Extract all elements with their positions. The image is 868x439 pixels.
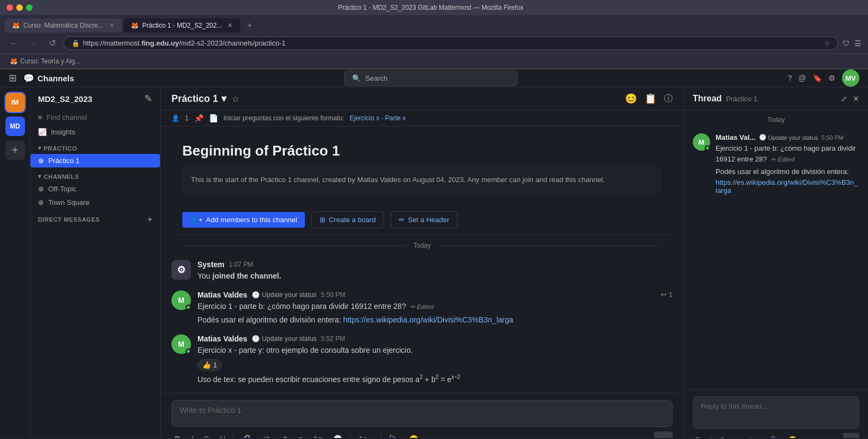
insights-label: Insights	[51, 128, 75, 136]
thread-attach-icon: 📎	[771, 436, 780, 438]
search-area: 🔍 Search	[81, 70, 781, 86]
compose-button[interactable]: ✎	[144, 93, 152, 105]
star-channel-button[interactable]: ☆	[232, 94, 239, 104]
sidebar-item-practica-1[interactable]: ⊕ Práctico 1	[30, 154, 160, 167]
workspace-avatar-md[interactable]: MD	[5, 117, 25, 136]
back-button[interactable]: ←	[7, 36, 22, 50]
thread-division-link[interactable]: https://es.wikipedia.org/wiki/Divisi%C3%…	[716, 178, 859, 195]
new-tab-button[interactable]: +	[241, 18, 257, 33]
add-members-label: Add members to this channel	[206, 216, 297, 224]
create-board-button[interactable]: ⊞ Create a board	[311, 211, 384, 228]
quote-icon: ❝	[283, 435, 288, 438]
sidebar-item-town-square[interactable]: ⊕ Town Square	[30, 196, 160, 209]
chevron-down-icon-channel[interactable]: ▾	[221, 93, 226, 105]
unordered-list-button[interactable]: ≡	[295, 432, 306, 438]
user-message-1: M Matias Valdes 🕐 Update your status 5:5…	[171, 286, 673, 330]
browser-tab-1[interactable]: 🦊 Curso: Matemática Discre... ✕	[4, 18, 122, 33]
user-status-2[interactable]: 🕐 Update your status	[252, 335, 317, 343]
close-window-button[interactable]	[7, 4, 13, 11]
browser-tab-2[interactable]: 🦊 Práctico 1 - MD2_S2_202... ✕	[123, 18, 240, 33]
channels-section-label[interactable]: ▾ CHANNELS	[30, 167, 160, 182]
pinned-format: Ejercicio x - Parte x	[349, 114, 405, 122]
find-channel-bar[interactable]: ≡	[30, 110, 160, 125]
browser-window-controls[interactable]	[7, 4, 33, 11]
bookmark-star-icon[interactable]: ☆	[824, 40, 830, 47]
thread-strike-button[interactable]: S	[717, 434, 727, 438]
user-status-1[interactable]: 🕐 Update your status	[252, 291, 317, 299]
add-workspace-button[interactable]: +	[5, 140, 25, 160]
thread-font-icon: Aa ▾	[748, 436, 763, 438]
channels-label: CHANNELS	[44, 173, 79, 180]
create-board-label: Create a board	[329, 216, 376, 224]
online-indicator-2	[186, 348, 191, 354]
find-channel-input[interactable]	[47, 113, 152, 121]
clipboard-icon[interactable]: 📋	[644, 93, 656, 105]
thread-send-button[interactable]: ▶	[843, 433, 859, 438]
set-header-button[interactable]: ✏ Set a Header	[391, 211, 458, 228]
system-author: System	[197, 260, 225, 269]
link-button[interactable]: 🔗	[238, 432, 253, 438]
menu-icon[interactable]: ☰	[854, 39, 861, 48]
thread-messages: M Matias Val... 🕐 Update your status 5:5…	[684, 129, 868, 389]
mention-icon[interactable]: @	[799, 74, 806, 82]
search-bar[interactable]: 🔍 Search	[344, 70, 518, 86]
division-link[interactable]: https://es.wikipedia.org/wiki/Divisi%C3%…	[343, 315, 513, 324]
date-divider: Today	[171, 235, 673, 256]
thread-italic-button[interactable]: I	[706, 434, 714, 438]
bookmark-icon[interactable]: 🔖	[813, 74, 822, 82]
workspace-name: MD2_S2_2023	[38, 94, 92, 104]
thread-font-button[interactable]: Aa ▾	[745, 434, 765, 438]
grid-icon[interactable]: ⊞	[9, 72, 17, 84]
thread-bold-button[interactable]: B	[693, 434, 703, 438]
emoji-button[interactable]: 🙂	[406, 432, 422, 438]
sidebar-item-insights[interactable]: 📈 Insights	[30, 125, 160, 139]
tab2-close-button[interactable]: ✕	[227, 22, 233, 29]
thread-attach-button[interactable]: 📎	[768, 434, 782, 438]
system-message-header: System 1:07 PM	[197, 260, 673, 269]
font-size-button[interactable]: Aa ▾	[355, 432, 376, 438]
send-message-button[interactable]: ▶	[654, 431, 673, 438]
tab1-close-button[interactable]: ✕	[109, 22, 114, 29]
add-members-button[interactable]: 👤+ Add members to this channel	[182, 212, 305, 228]
thread-reply-input[interactable]: Reply to this thread...	[693, 396, 859, 429]
forward-button[interactable]: →	[26, 36, 41, 50]
italic-button[interactable]: I	[188, 432, 196, 438]
help-icon[interactable]: ?	[788, 74, 792, 82]
clock-button[interactable]: 🕐	[330, 432, 346, 438]
reply-icon[interactable]: ↩ 1	[661, 290, 673, 299]
expand-thread-button[interactable]: ⤢	[841, 94, 847, 103]
app-topbar: ⊞ 💬 Channels 🔍 Search ? @ 🔖 ⚙ MV	[0, 69, 868, 87]
thread-emoji-button[interactable]: 🙂	[786, 434, 800, 438]
shield-icon[interactable]: 🛡	[843, 39, 850, 48]
emoji-picker-icon[interactable]: 😊	[625, 93, 637, 105]
reload-button[interactable]: ↺	[46, 36, 59, 50]
workspace-avatar-im[interactable]: IM	[5, 93, 25, 112]
strikethrough-button[interactable]: S	[201, 432, 212, 438]
bold-icon: B	[175, 435, 180, 438]
code-button[interactable]: </>	[258, 432, 275, 438]
heading-button[interactable]: H	[216, 432, 228, 438]
close-thread-button[interactable]: ✕	[853, 94, 859, 103]
minimize-window-button[interactable]	[16, 4, 23, 11]
maximize-window-button[interactable]	[26, 4, 33, 11]
thread-more-button[interactable]: ···	[731, 434, 742, 438]
bookmark-item-1[interactable]: 🦊 Curso: Teoría y Alg...	[7, 56, 84, 66]
attach-button[interactable]: 📎	[386, 432, 401, 438]
reaction-thumbsup[interactable]: 👍 1	[197, 359, 222, 371]
ordered-list-button[interactable]: 1≡	[310, 432, 326, 438]
user-avatar[interactable]: MV	[842, 69, 859, 87]
url-bar[interactable]: 🔒 https://mattermost.fing.edu.uy/md2-s2-…	[63, 36, 838, 50]
thread-user-status[interactable]: 🕐 Update your status	[759, 134, 818, 141]
sidebar-item-off-topic[interactable]: ⊕ Off-Topic	[30, 182, 160, 196]
info-icon[interactable]: ⓘ	[664, 93, 673, 105]
channels-button[interactable]: 💬 Channels	[23, 73, 74, 83]
quote-button[interactable]: ❝	[280, 432, 291, 438]
practica-section-label[interactable]: ▾ PRÁCTICO	[30, 139, 160, 154]
message-input[interactable]: Write to Práctico 1	[171, 400, 673, 427]
beginning-desc: This is the start of the Práctico 1 chan…	[182, 166, 662, 194]
chevron-down-icon: ▾	[38, 145, 42, 152]
add-dm-button[interactable]: +	[148, 215, 152, 224]
settings-gear-icon[interactable]: ⚙	[828, 74, 835, 82]
plus-icon: +	[12, 144, 18, 157]
bold-button[interactable]: B	[171, 432, 183, 438]
